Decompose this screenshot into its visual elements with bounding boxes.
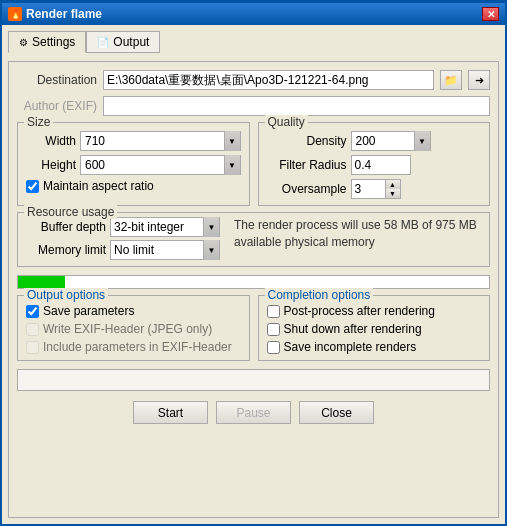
width-dropdown-arrow[interactable]: ▼ xyxy=(224,131,240,151)
filter-label: Filter Radius xyxy=(267,158,347,172)
include-params-row: Include parameters in EXIF-Header xyxy=(26,340,241,354)
save-incomplete-label: Save incomplete renders xyxy=(284,340,417,354)
start-button[interactable]: Start xyxy=(133,401,208,424)
options-section: Output options Save parameters Write EXI… xyxy=(17,295,490,361)
progress-bar-container xyxy=(17,275,490,289)
write-exif-checkbox[interactable] xyxy=(26,323,39,336)
save-incomplete-row: Save incomplete renders xyxy=(267,340,482,354)
post-process-checkbox[interactable] xyxy=(267,305,280,318)
tab-bar: ⚙ Settings 📄 Output xyxy=(8,31,499,53)
close-button[interactable]: Close xyxy=(299,401,374,424)
main-content: ⚙ Settings 📄 Output Destination 📁 ➜ xyxy=(2,25,505,524)
resource-info-text: The render process will use 58 MB of 975… xyxy=(228,217,481,251)
width-select[interactable]: 710 ▼ xyxy=(80,131,241,151)
width-value: 710 xyxy=(81,134,224,148)
tab-output[interactable]: 📄 Output xyxy=(86,31,160,53)
post-process-label: Post-process after rendering xyxy=(284,304,435,318)
include-params-checkbox[interactable] xyxy=(26,341,39,354)
maintain-aspect-row: Maintain aspect ratio xyxy=(26,179,241,193)
density-value: 200 xyxy=(352,134,414,148)
memory-dropdown-arrow[interactable]: ▼ xyxy=(203,240,219,260)
folder-browse-button[interactable]: 📁 xyxy=(440,70,462,90)
filter-input[interactable] xyxy=(351,155,411,175)
settings-tab-label: Settings xyxy=(32,35,75,49)
density-label: Density xyxy=(267,134,347,148)
density-row: Density 200 ▼ xyxy=(267,131,482,151)
memory-select[interactable]: No limit ▼ xyxy=(110,240,220,260)
settings-tab-icon: ⚙ xyxy=(19,37,28,48)
title-bar-left: 🔥 Render flame xyxy=(8,7,102,21)
memory-value: No limit xyxy=(111,243,203,257)
oversample-down-button[interactable]: ▼ xyxy=(386,189,400,198)
destination-row: Destination 📁 ➜ xyxy=(17,70,490,90)
oversample-spinner-buttons: ▲ ▼ xyxy=(385,180,400,198)
arrow-icon: ➜ xyxy=(475,74,484,87)
render-flame-window: 🔥 Render flame ✕ ⚙ Settings 📄 Output Des… xyxy=(0,0,507,526)
oversample-up-button[interactable]: ▲ xyxy=(386,180,400,189)
width-row: Width 710 ▼ xyxy=(26,131,241,151)
author-input[interactable] xyxy=(103,96,490,116)
app-icon: 🔥 xyxy=(8,7,22,21)
completion-options-title: Completion options xyxy=(265,288,374,302)
shutdown-label: Shut down after rendering xyxy=(284,322,422,336)
close-window-button[interactable]: ✕ xyxy=(482,7,499,21)
quality-section: Quality Density 200 ▼ Filter Radius Over… xyxy=(258,122,491,206)
filter-row: Filter Radius xyxy=(267,155,482,175)
resource-section: Resource usage Buffer depth 32-bit integ… xyxy=(17,212,490,267)
window-title: Render flame xyxy=(26,7,102,21)
title-bar: 🔥 Render flame ✕ xyxy=(2,3,505,25)
folder-icon: 📁 xyxy=(444,74,458,87)
output-options-section: Output options Save parameters Write EXI… xyxy=(17,295,250,361)
write-exif-label: Write EXIF-Header (JPEG only) xyxy=(43,322,212,336)
maintain-aspect-checkbox[interactable] xyxy=(26,180,39,193)
buffer-dropdown-arrow[interactable]: ▼ xyxy=(203,217,219,237)
author-label: Author (EXIF) xyxy=(17,99,97,113)
button-row: Start Pause Close xyxy=(17,397,490,426)
write-exif-row: Write EXIF-Header (JPEG only) xyxy=(26,322,241,336)
progress-bar-fill xyxy=(18,276,65,288)
resource-fields: Buffer depth 32-bit integer ▼ Memory lim… xyxy=(26,217,220,260)
size-title: Size xyxy=(24,115,53,129)
destination-label: Destination xyxy=(17,73,97,87)
quality-title: Quality xyxy=(265,115,308,129)
completion-options-section: Completion options Post-process after re… xyxy=(258,295,491,361)
density-dropdown-arrow[interactable]: ▼ xyxy=(414,131,430,151)
oversample-label: Oversample xyxy=(267,182,347,196)
buffer-row: Buffer depth 32-bit integer ▼ xyxy=(26,217,220,237)
height-select[interactable]: 600 ▼ xyxy=(80,155,241,175)
height-dropdown-arrow[interactable]: ▼ xyxy=(224,155,240,175)
oversample-spinner[interactable]: 3 ▲ ▼ xyxy=(351,179,401,199)
resource-title: Resource usage xyxy=(24,205,117,219)
destination-arrow-button[interactable]: ➜ xyxy=(468,70,490,90)
memory-row: Memory limit No limit ▼ xyxy=(26,240,220,260)
settings-panel: Destination 📁 ➜ Author (EXIF) Size xyxy=(8,61,499,518)
tab-settings[interactable]: ⚙ Settings xyxy=(8,31,86,53)
post-process-row: Post-process after rendering xyxy=(267,304,482,318)
pause-button[interactable]: Pause xyxy=(216,401,291,424)
save-params-row: Save parameters xyxy=(26,304,241,318)
buffer-select[interactable]: 32-bit integer ▼ xyxy=(110,217,220,237)
include-params-label: Include parameters in EXIF-Header xyxy=(43,340,232,354)
density-select[interactable]: 200 ▼ xyxy=(351,131,431,151)
shutdown-row: Shut down after rendering xyxy=(267,322,482,336)
oversample-row: Oversample 3 ▲ ▼ xyxy=(267,179,482,199)
status-bar xyxy=(17,369,490,391)
oversample-value: 3 xyxy=(352,180,385,198)
memory-label: Memory limit xyxy=(26,243,106,257)
buffer-label: Buffer depth xyxy=(26,220,106,234)
save-params-label: Save parameters xyxy=(43,304,134,318)
height-value: 600 xyxy=(81,158,224,172)
output-tab-label: Output xyxy=(113,35,149,49)
shutdown-checkbox[interactable] xyxy=(267,323,280,336)
destination-input[interactable] xyxy=(103,70,434,90)
size-quality-group: Size Width 710 ▼ Height 600 ▼ xyxy=(17,122,490,206)
width-label: Width xyxy=(26,134,76,148)
size-section: Size Width 710 ▼ Height 600 ▼ xyxy=(17,122,250,206)
output-tab-icon: 📄 xyxy=(97,37,109,48)
author-row: Author (EXIF) xyxy=(17,96,490,116)
height-row: Height 600 ▼ xyxy=(26,155,241,175)
save-incomplete-checkbox[interactable] xyxy=(267,341,280,354)
output-options-title: Output options xyxy=(24,288,108,302)
save-params-checkbox[interactable] xyxy=(26,305,39,318)
buffer-value: 32-bit integer xyxy=(111,220,203,234)
